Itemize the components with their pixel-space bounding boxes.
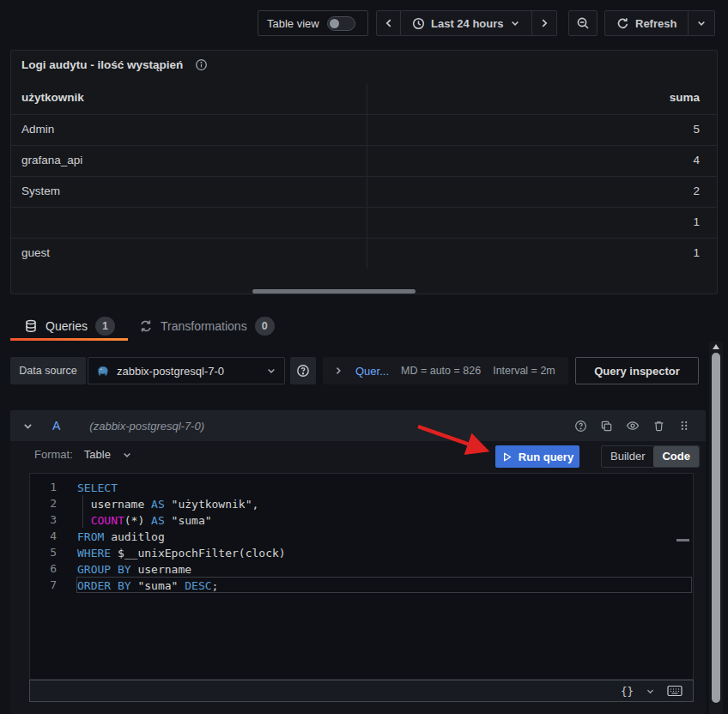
cell-user: System	[21, 185, 60, 197]
table-view-control[interactable]: Table view	[258, 10, 368, 36]
table-row: System 2	[11, 176, 717, 207]
sql-token: AS	[151, 498, 165, 511]
code-line[interactable]: 1 SELECT	[30, 479, 693, 495]
sql-token: ;	[212, 579, 219, 592]
code-line[interactable]: 2 username AS "użytkownik",	[30, 495, 693, 511]
column-header-user[interactable]: użytkownik	[21, 91, 84, 104]
code-text[interactable]: ORDER BY "suma" DESC;	[76, 577, 692, 593]
code-line[interactable]: 3 COUNT(*) AS "suma"	[30, 511, 693, 528]
sql-token	[77, 514, 91, 527]
cell-user: grafana_api	[21, 154, 82, 166]
sql-token: FROM	[77, 530, 104, 543]
line-number: 5	[30, 544, 76, 560]
datasource-select[interactable]: zabbix-postgresql-7-0	[88, 357, 285, 384]
drag-handle-icon[interactable]	[678, 420, 690, 432]
code-line[interactable]: 4 FROM auditlog	[30, 528, 693, 544]
table-header: użytkownik suma	[11, 83, 717, 114]
sql-token: $__unixEpochFilter(clock)	[111, 547, 286, 560]
toggle-visibility-icon[interactable]	[626, 419, 640, 433]
time-shift-back-button[interactable]	[376, 10, 401, 36]
query-card-A: A (zabbix-postgresql-7-0) Format: Table …	[10, 410, 706, 714]
query-datasource-hint: (zabbix-postgresql-7-0)	[89, 420, 204, 433]
tab-transformations-badge: 0	[255, 317, 275, 336]
line-number: 4	[30, 528, 76, 544]
line-number: 1	[30, 479, 76, 495]
template-variables-button[interactable]: {}	[621, 685, 634, 698]
chevron-left-icon	[383, 17, 395, 29]
code-text[interactable]: SELECT	[76, 479, 692, 495]
code-text[interactable]: WHERE $__unixEpochFilter(clock)	[76, 544, 692, 560]
editor-mode-toggle: Builder Code	[601, 445, 700, 468]
table-row: Admin 5	[11, 114, 717, 145]
delete-query-icon[interactable]	[652, 420, 665, 433]
code-text[interactable]: username AS "użytkownik",	[76, 495, 692, 511]
active-tab-indicator	[10, 338, 128, 341]
sql-token: "użytkownik",	[165, 498, 259, 511]
refresh-button[interactable]: Refresh	[604, 10, 689, 36]
datasource-value: zabbix-postgresql-7-0	[117, 365, 224, 378]
format-value[interactable]: Table	[84, 448, 111, 461]
duplicate-query-icon[interactable]	[600, 420, 613, 433]
datasource-label: Data source	[10, 357, 86, 384]
column-divider	[367, 84, 367, 269]
scrollbar-thumb[interactable]	[712, 353, 720, 703]
time-range-label: Last 24 hours	[431, 17, 504, 30]
table-view-label: Table view	[267, 17, 319, 30]
sql-token: username	[77, 498, 151, 511]
code-lines: 1 SELECT 2 username AS "użytkownik", 3 C…	[30, 479, 693, 593]
scrollbar-up-arrow[interactable]	[713, 344, 719, 349]
query-inspector-label: Query inspector	[594, 365, 680, 378]
refresh-interval-dropdown[interactable]	[689, 10, 715, 36]
zoom-out-time-button[interactable]	[568, 10, 598, 36]
keyboard-shortcuts-icon[interactable]	[667, 685, 682, 697]
line-number: 7	[30, 577, 76, 593]
code-text[interactable]: GROUP BY username	[76, 560, 692, 577]
run-query-button[interactable]: Run query	[495, 445, 579, 468]
postgres-icon	[96, 364, 110, 378]
table-horizontal-scrollbar[interactable]	[252, 289, 416, 293]
refresh-icon	[616, 17, 629, 30]
query-options-link[interactable]: Quer...	[355, 365, 389, 378]
time-shift-forward-button[interactable]	[532, 10, 557, 36]
sql-token: ORDER BY	[77, 579, 131, 592]
column-header-sum[interactable]: suma	[670, 91, 700, 104]
table-view-toggle[interactable]	[327, 16, 355, 31]
editor-mode-code[interactable]: Code	[653, 446, 699, 467]
code-line[interactable]: 7 ORDER BY "suma" DESC;	[30, 577, 693, 593]
cell-sum: 1	[693, 215, 700, 228]
code-line[interactable]: 5 WHERE $__unixEpochFilter(clock)	[30, 544, 693, 560]
table-row: guest 1	[11, 238, 717, 269]
time-range-button[interactable]: Last 24 hours	[401, 10, 532, 36]
query-help-icon[interactable]	[574, 420, 587, 433]
cell-sum: 4	[693, 154, 700, 166]
collapse-chevron-icon[interactable]	[22, 421, 33, 432]
max-data-points-text: MD = auto = 826	[401, 365, 481, 377]
refresh-control: Refresh	[604, 10, 715, 36]
query-options-collapsed[interactable]: Quer... MD = auto = 826 Interval = 2m	[323, 357, 568, 384]
code-text[interactable]: FROM auditlog	[76, 528, 692, 544]
query-inspector-button[interactable]: Query inspector	[575, 357, 699, 384]
datasource-help-button[interactable]	[290, 357, 316, 384]
sql-token: SELECT	[77, 481, 118, 494]
sql-token: "suma"	[165, 514, 212, 527]
sql-token: WHERE	[77, 547, 111, 560]
cell-sum: 2	[693, 185, 700, 197]
chevron-down-icon[interactable]	[646, 687, 655, 696]
code-line[interactable]: 6 GROUP BY username	[30, 560, 693, 577]
sql-token: DESC	[185, 579, 211, 592]
query-card-header[interactable]: A (zabbix-postgresql-7-0)	[10, 410, 706, 441]
info-icon[interactable]	[195, 58, 208, 71]
chevron-down-icon	[510, 18, 520, 28]
format-select[interactable]: Format: Table	[34, 448, 132, 461]
run-query-label: Run query	[519, 451, 573, 463]
query-refid: A	[52, 419, 60, 433]
editor-mode-builder[interactable]: Builder	[602, 446, 653, 467]
code-text[interactable]: COUNT(*) AS "suma"	[76, 511, 692, 528]
table-body: Admin 5 grafana_api 4 System 2 1 guest 1	[11, 114, 717, 269]
sql-code-editor[interactable]: 1 SELECT 2 username AS "użytkownik", 3 C…	[29, 473, 694, 680]
database-icon	[24, 319, 38, 333]
cell-user: Admin	[21, 123, 54, 136]
pane-vertical-scrollbar[interactable]	[709, 342, 723, 714]
tab-queries[interactable]: Queries 1	[24, 313, 115, 338]
tab-transformations[interactable]: Transformations 0	[139, 313, 275, 338]
